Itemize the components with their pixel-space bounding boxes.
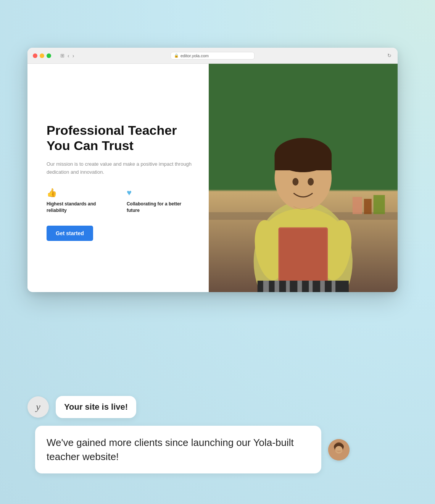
teacher-image: ∫∫ dxdy = ∫( ∂x+2x )dy dx Q/x · dxdy = ∫… [209,64,398,292]
traffic-lights [33,53,51,58]
svg-rect-26 [275,281,279,292]
svg-point-36 [335,446,343,454]
content-left: Professional Teacher You Can Trust Our m… [27,64,209,292]
feature-item-2: ♥ Collaborating for a better future [127,188,193,214]
address-bar-container: 🔒 editor.yola.com [171,52,255,60]
svg-rect-30 [320,281,325,292]
svg-rect-9 [353,197,362,214]
chat-message-2-text: We've gained more clients since launchin… [47,437,294,462]
svg-rect-21 [280,229,327,287]
chat-section: y Your site is live! We've gained more c… [27,396,408,473]
browser-controls: ⊞ ‹ › [60,53,74,59]
yola-avatar: y [27,396,49,418]
address-bar[interactable]: 🔒 editor.yola.com [171,52,255,60]
chat-message-row-2: We've gained more clients since launchin… [27,426,408,473]
chat-bubble-2: We've gained more clients since launchin… [35,426,321,473]
forward-button[interactable]: › [72,53,74,59]
svg-rect-29 [309,281,313,292]
svg-rect-31 [332,281,335,292]
heart-icon: ♥ [127,188,193,198]
hero-title: Professional Teacher You Can Trust [47,123,193,154]
content-right: ∫∫ dxdy = ∫( ∂x+2x )dy dx Q/x · dxdy = ∫… [209,64,398,292]
close-button[interactable] [33,53,37,58]
minimize-button[interactable] [40,53,44,58]
browser-content: Professional Teacher You Can Trust Our m… [27,64,398,292]
svg-rect-10 [364,199,372,214]
chat-message-1-text: Your site is live! [64,402,128,412]
teacher-figure-svg [209,64,398,292]
svg-rect-11 [374,195,385,214]
avatar-letter: y [36,401,40,413]
chat-message-row-1: y Your site is live! [27,396,408,418]
url-text: editor.yola.com [180,53,209,58]
svg-rect-28 [298,281,302,292]
thumbs-up-icon: 👍 [47,188,115,198]
back-button[interactable]: ‹ [68,53,69,59]
user-avatar [328,439,350,460]
refresh-button[interactable]: ↻ [387,53,392,58]
maximize-button[interactable] [47,53,51,58]
get-started-button[interactable]: Get started [47,226,93,241]
svg-point-22 [293,178,299,186]
svg-rect-15 [275,155,332,170]
svg-point-23 [308,178,314,186]
hero-subtitle: Our mission is to create value and make … [47,160,193,176]
feature-label-2: Collaborating for a better future [127,201,193,214]
feature-item-1: 👍 Highest standards and reliability [47,188,115,214]
sidebar-toggle-icon[interactable]: ⊞ [60,53,64,58]
lock-icon: 🔒 [174,53,179,58]
user-avatar-image [328,439,350,460]
feature-label-1: Highest standards and reliability [47,201,115,214]
svg-rect-27 [286,281,290,292]
features-row: 👍 Highest standards and reliability ♥ Co… [47,188,193,214]
chat-bubble-1: Your site is live! [56,396,136,418]
svg-rect-25 [263,281,269,292]
browser-chrome: ⊞ ‹ › 🔒 editor.yola.com ↻ [27,48,398,64]
browser-window: ⊞ ‹ › 🔒 editor.yola.com ↻ Professional T… [27,48,398,292]
